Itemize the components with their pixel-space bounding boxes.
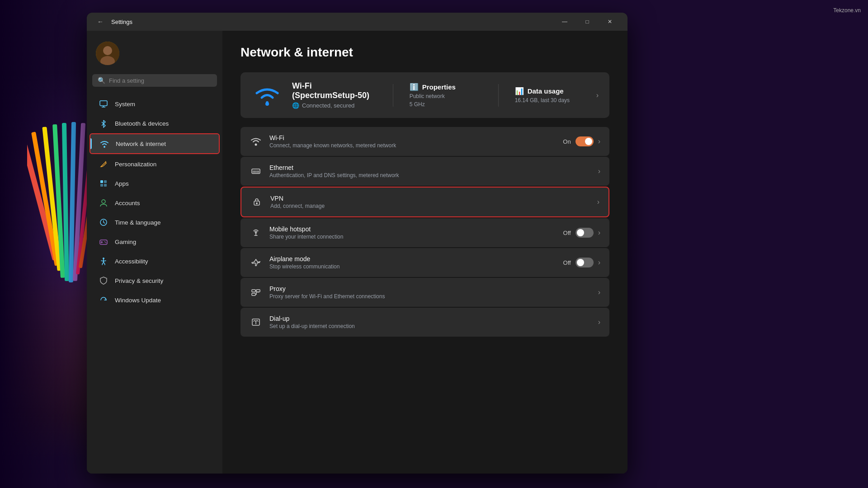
sidebar-item-label-bluetooth: Bluetooth & devices bbox=[115, 120, 169, 127]
maximize-button[interactable]: □ bbox=[577, 14, 598, 29]
wifi-divider-2 bbox=[498, 84, 499, 107]
wifi-title: Wi-Fi bbox=[269, 134, 556, 141]
main-content: 🔍 System Bluetooth & devices Network & i… bbox=[87, 31, 627, 474]
window-title: Settings bbox=[111, 19, 132, 25]
vpn-right: › bbox=[597, 198, 599, 206]
settings-window: ← Settings — □ ✕ 🔍 bbox=[87, 13, 627, 474]
sidebar-item-personalization[interactable]: Personalization bbox=[90, 155, 220, 174]
minimize-button[interactable]: — bbox=[554, 14, 575, 29]
back-button[interactable]: ← bbox=[94, 15, 107, 28]
wifi-big-icon bbox=[251, 82, 283, 109]
dialup-right: › bbox=[598, 318, 600, 326]
wifi-toggle-label: On bbox=[563, 138, 571, 145]
airplane-title: Airplane mode bbox=[269, 255, 556, 263]
book-decoration bbox=[0, 0, 90, 488]
svg-point-13 bbox=[104, 146, 105, 148]
wifi-header-card[interactable]: Wi-Fi (SpectrumSetup-50) 🌐 Connected, se… bbox=[241, 72, 609, 118]
svg-point-28 bbox=[256, 202, 258, 204]
wifi-data-usage[interactable]: 📊 Data usage 16.14 GB, last 30 days bbox=[515, 87, 587, 103]
data-usage-sub: 16.14 GB, last 30 days bbox=[515, 97, 587, 103]
vpn-info: VPN Add, connect, manage bbox=[270, 195, 590, 209]
proxy-icon bbox=[250, 286, 262, 299]
svg-rect-12 bbox=[100, 101, 107, 106]
svg-rect-32 bbox=[252, 293, 255, 296]
svg-point-22 bbox=[105, 242, 106, 243]
network-icon bbox=[99, 139, 109, 149]
sidebar-item-gaming[interactable]: Gaming bbox=[90, 232, 220, 251]
properties-sub2: 5 GHz bbox=[410, 101, 482, 108]
properties-sub1: Public network bbox=[410, 93, 482, 99]
proxy-right: › bbox=[598, 288, 600, 296]
svg-point-10 bbox=[103, 46, 112, 55]
sidebar-item-label-accounts: Accounts bbox=[115, 200, 140, 206]
privacy-icon bbox=[99, 276, 108, 286]
sidebar-item-network[interactable]: Network & internet bbox=[90, 133, 220, 154]
sidebar-item-system[interactable]: System bbox=[90, 94, 220, 113]
svg-rect-30 bbox=[252, 290, 255, 292]
settings-item-airplane[interactable]: Airplane mode Stop wireless communicatio… bbox=[241, 248, 609, 277]
hotspot-toggle-label: Off bbox=[563, 230, 571, 236]
hotspot-right: Off › bbox=[563, 228, 600, 238]
sidebar-item-privacy[interactable]: Privacy & security bbox=[90, 271, 220, 290]
proxy-subtitle: Proxy server for Wi-Fi and Ethernet conn… bbox=[269, 293, 591, 300]
sidebar-item-label-time: Time & language bbox=[115, 219, 161, 226]
svg-point-18 bbox=[102, 200, 105, 203]
sidebar-item-bluetooth[interactable]: Bluetooth & devices bbox=[90, 114, 220, 133]
dialup-title: Dial-up bbox=[269, 315, 591, 322]
apps-icon bbox=[99, 178, 108, 188]
airplane-toggle[interactable] bbox=[576, 258, 594, 267]
data-usage-icon: 📊 bbox=[515, 87, 524, 95]
settings-item-vpn[interactable]: VPN Add, connect, manage › bbox=[241, 187, 609, 217]
close-button[interactable]: ✕ bbox=[599, 14, 620, 29]
hotspot-title: Mobile hotspot bbox=[269, 225, 556, 233]
settings-list: Wi-Fi Connect, manage known networks, me… bbox=[241, 127, 609, 337]
sidebar-item-update[interactable]: Windows Update bbox=[90, 291, 220, 310]
sidebar-item-time[interactable]: Time & language bbox=[90, 213, 220, 232]
settings-item-hotspot[interactable]: Mobile hotspot Share your internet conne… bbox=[241, 218, 609, 247]
proxy-info: Proxy Proxy server for Wi-Fi and Etherne… bbox=[269, 285, 591, 300]
ethernet-subtitle: Authentication, IP and DNS settings, met… bbox=[269, 172, 591, 178]
nav-list: System Bluetooth & devices Network & int… bbox=[87, 94, 222, 310]
watermark: Tekzone.vn bbox=[833, 7, 861, 14]
sidebar-item-accessibility[interactable]: Accessibility bbox=[90, 252, 220, 271]
svg-point-25 bbox=[255, 144, 257, 146]
search-icon: 🔍 bbox=[98, 77, 105, 84]
settings-item-wifi[interactable]: Wi-Fi Connect, manage known networks, me… bbox=[241, 127, 609, 156]
settings-item-ethernet[interactable]: Ethernet Authentication, IP and DNS sett… bbox=[241, 157, 609, 186]
search-input[interactable] bbox=[109, 77, 212, 84]
settings-item-proxy[interactable]: Proxy Proxy server for Wi-Fi and Etherne… bbox=[241, 278, 609, 307]
wifi-info: Wi-Fi (SpectrumSetup-50) 🌐 Connected, se… bbox=[292, 81, 377, 109]
hotspot-toggle[interactable] bbox=[576, 228, 594, 238]
svg-point-23 bbox=[103, 258, 104, 259]
wifi-properties[interactable]: ℹ️ Properties Public network 5 GHz bbox=[410, 83, 482, 108]
update-icon bbox=[99, 295, 108, 305]
svg-rect-17 bbox=[104, 184, 107, 187]
svg-rect-15 bbox=[104, 180, 107, 183]
gaming-icon bbox=[99, 237, 108, 247]
right-panel: Network & internet Wi-Fi (SpectrumSetup-… bbox=[222, 31, 627, 474]
svg-rect-14 bbox=[100, 180, 103, 183]
personalization-icon bbox=[99, 159, 108, 169]
dialup-subtitle: Set up a dial-up internet connection bbox=[269, 323, 591, 329]
dialup-icon bbox=[250, 316, 262, 328]
vpn-subtitle: Add, connect, manage bbox=[270, 203, 590, 209]
hotspot-icon bbox=[250, 226, 262, 239]
sidebar-item-apps[interactable]: Apps bbox=[90, 174, 220, 193]
hotspot-info: Mobile hotspot Share your internet conne… bbox=[269, 225, 556, 240]
airplane-icon bbox=[250, 256, 262, 269]
sidebar-item-label-privacy: Privacy & security bbox=[115, 277, 163, 284]
search-box[interactable]: 🔍 bbox=[92, 74, 217, 87]
ethernet-right: › bbox=[598, 167, 600, 175]
proxy-chevron: › bbox=[598, 288, 600, 296]
avatar[interactable] bbox=[96, 42, 119, 65]
sidebar-item-label-system: System bbox=[115, 101, 135, 108]
sidebar-item-label-network: Network & internet bbox=[116, 141, 166, 147]
accounts-icon bbox=[99, 198, 108, 208]
wifi-toggle-thumb bbox=[585, 138, 592, 145]
wifi-toggle[interactable] bbox=[576, 136, 594, 146]
wifi-card-chevron: › bbox=[596, 91, 599, 99]
book-pages bbox=[27, 90, 95, 361]
settings-item-dialup[interactable]: Dial-up Set up a dial-up internet connec… bbox=[241, 308, 609, 337]
sidebar-item-label-apps: Apps bbox=[115, 180, 129, 187]
sidebar-item-accounts[interactable]: Accounts bbox=[90, 193, 220, 212]
